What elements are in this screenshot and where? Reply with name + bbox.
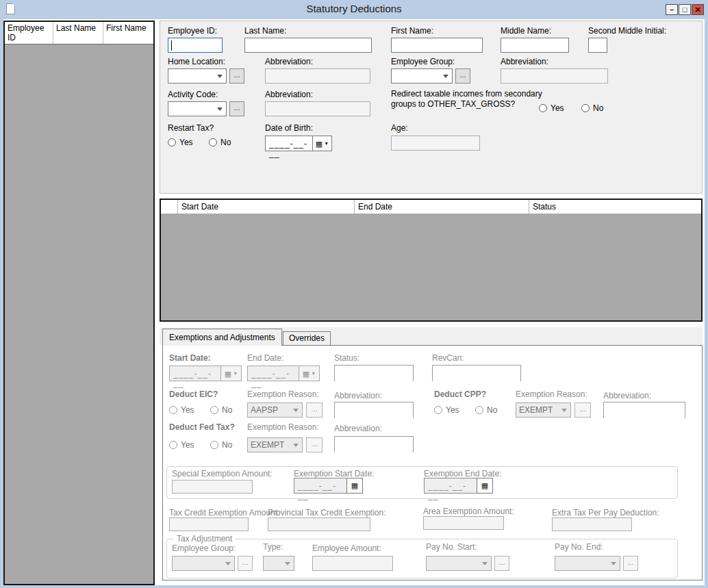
radio-label: Yes xyxy=(181,440,194,450)
last-name-label: Last Name: xyxy=(244,26,286,36)
exemption-end-date-label: Exemption End Date: xyxy=(424,469,501,478)
fed-exemption-reason-select: EXEMPT xyxy=(247,437,303,452)
radio-circle-icon xyxy=(169,406,177,414)
middle-name-input[interactable] xyxy=(501,38,569,53)
column-header-end-date[interactable]: End Date xyxy=(355,200,529,214)
radio-circle-icon xyxy=(209,138,217,146)
calendar-icon: ▦▼ xyxy=(220,366,242,381)
exemption-end-date-field[interactable]: ____-__-__ ▦ xyxy=(424,478,494,494)
history-table-body xyxy=(161,214,701,320)
column-header-employee-id[interactable]: Employee ID xyxy=(5,22,53,44)
provincial-tax-credit-exemption-label: Provincial Tax Credit Exemption: xyxy=(268,508,386,517)
adj-pay-no-end-select xyxy=(555,556,620,571)
titlebar[interactable]: Statutory Deductions – □ ✕ xyxy=(0,0,708,19)
calendar-icon[interactable]: ▦ xyxy=(346,478,363,494)
radio-label: Yes xyxy=(446,405,459,415)
history-table-header: Start Date End Date Status xyxy=(161,200,701,214)
adj-employee-group-label: Employee Group: xyxy=(172,544,236,553)
home-location-label: Home Location: xyxy=(168,57,225,66)
calendar-icon[interactable]: ▦ xyxy=(477,478,493,494)
employee-group-lookup-button[interactable]: ... xyxy=(455,68,470,84)
chevron-down-icon xyxy=(217,75,223,78)
dropdown-arrow-icon: ▼ xyxy=(233,371,238,376)
eic-abbreviation-label: Abbreviation: xyxy=(334,391,382,400)
fed-abbreviation-field xyxy=(334,436,414,452)
radio-label: No xyxy=(593,103,603,113)
restart-tax-yes-radio[interactable]: Yes xyxy=(168,138,193,147)
revcan-field xyxy=(432,365,521,381)
chevron-down-icon xyxy=(293,444,299,447)
radio-label: No xyxy=(222,440,232,450)
close-button[interactable]: ✕ xyxy=(692,4,704,15)
employee-group-select[interactable] xyxy=(391,68,453,84)
employee-details-panel: Employee ID: Last Name: First Name: Midd… xyxy=(160,21,703,194)
adj-employee-amount-label: Employee Amount: xyxy=(312,544,381,553)
tax-adjustment-legend: Tax Adjustment xyxy=(174,534,235,544)
radio-circle-icon xyxy=(434,406,442,414)
special-exemption-groupbox: Special Exemption Amount: Exemption Star… xyxy=(166,466,678,499)
column-header-start-date[interactable]: Start Date xyxy=(178,200,355,214)
adj-pay-no-end-label: Pay No. End: xyxy=(555,542,603,552)
home-location-select[interactable] xyxy=(168,68,227,84)
second-middle-initial-label: Second Middle Initial: xyxy=(588,26,666,36)
employee-id-input[interactable] xyxy=(168,38,223,53)
fed-abbreviation-label: Abbreviation: xyxy=(334,424,382,433)
activity-code-lookup-button[interactable]: ... xyxy=(229,101,244,116)
maximize-button[interactable]: □ xyxy=(679,4,691,15)
end-date-field: ____-__-__ ▦▼ xyxy=(247,366,320,381)
redirect-yes-radio[interactable]: Yes xyxy=(539,103,564,113)
redirect-question-line1: Redirect taxable incomes from secondary xyxy=(391,89,542,99)
adj-employee-group-select xyxy=(172,556,235,571)
radio-label: No xyxy=(220,138,231,147)
fed-exemption-reason-lookup-button: ... xyxy=(306,437,323,452)
fed-exemption-reason-label: Exemption Reason: xyxy=(247,422,319,432)
chevron-down-icon xyxy=(482,562,488,565)
status-label: Status: xyxy=(334,353,359,363)
revcan-label: RevCan: xyxy=(432,353,464,363)
second-middle-initial-input[interactable] xyxy=(588,38,607,53)
text-caret xyxy=(171,40,172,51)
tab-exemptions-and-adjustments[interactable]: Exemptions and Adjustments xyxy=(162,329,282,346)
deduct-eic-no-radio: No xyxy=(210,405,232,415)
area-exemption-amount-field xyxy=(423,516,504,530)
date-mask[interactable]: ____-__-__ xyxy=(424,478,477,494)
redirect-no-radio[interactable]: No xyxy=(581,103,603,113)
exemption-start-date-field[interactable]: ____-__-__ ▦ xyxy=(294,478,364,494)
home-location-lookup-button[interactable]: ... xyxy=(229,68,244,84)
start-date-label: Start Date: xyxy=(169,353,211,363)
minimize-button[interactable]: – xyxy=(666,4,678,15)
deduct-fed-tax-label: Deduct Fed Tax? xyxy=(169,422,235,432)
date-mask[interactable]: ____-__-__ xyxy=(265,136,313,151)
restart-tax-no-radio[interactable]: No xyxy=(209,138,231,147)
start-date-field: ____-__-__ ▦▼ xyxy=(169,366,242,381)
chevron-down-icon xyxy=(561,409,567,412)
activity-code-label: Activity Code: xyxy=(168,90,218,99)
extra-tax-per-pay-deduction-label: Extra Tax Per Pay Deduction: xyxy=(552,508,659,517)
column-header-last-name[interactable]: Last Name xyxy=(53,22,103,44)
calendar-icon[interactable]: ▦▼ xyxy=(312,136,332,151)
special-exemption-amount-label: Special Exemption Amount: xyxy=(172,469,273,478)
activity-code-select[interactable] xyxy=(168,101,227,116)
date-mask[interactable]: ____-__-__ xyxy=(294,478,347,494)
chevron-down-icon xyxy=(611,562,616,565)
special-exemption-amount-field xyxy=(172,480,253,494)
employee-id-label: Employee ID: xyxy=(168,26,217,36)
adj-employee-group-lookup-button: ... xyxy=(238,556,253,571)
group-abbreviation-label: Abbreviation: xyxy=(501,57,548,66)
last-name-input[interactable] xyxy=(244,38,372,53)
column-header-status[interactable]: Status xyxy=(529,200,701,214)
first-name-input[interactable] xyxy=(391,38,483,53)
column-header-first-name[interactable]: First Name xyxy=(103,22,153,44)
middle-name-label: Middle Name: xyxy=(501,26,551,36)
adj-pay-no-start-lookup-button: ... xyxy=(494,556,509,571)
tab-overrides[interactable]: Overrides xyxy=(283,331,331,346)
tax-credit-exemption-amount-label: Tax Credit Exemption Amount: xyxy=(169,508,279,517)
date-of-birth-field[interactable]: ____-__-__ ▦▼ xyxy=(265,136,332,151)
redirect-question-line2: groups to OTHER_TAX_GROSS? xyxy=(391,99,515,109)
adj-pay-no-start-label: Pay No. Start: xyxy=(426,542,477,552)
eic-exemption-reason-lookup-button: ... xyxy=(306,402,323,418)
deduct-eic-label: Deduct EIC? xyxy=(169,389,218,399)
dropdown-arrow-icon: ▼ xyxy=(311,371,316,376)
exemptions-tab-panel: Start Date: End Date: Status: RevCan: __… xyxy=(162,345,703,580)
radio-circle-icon xyxy=(475,406,483,414)
